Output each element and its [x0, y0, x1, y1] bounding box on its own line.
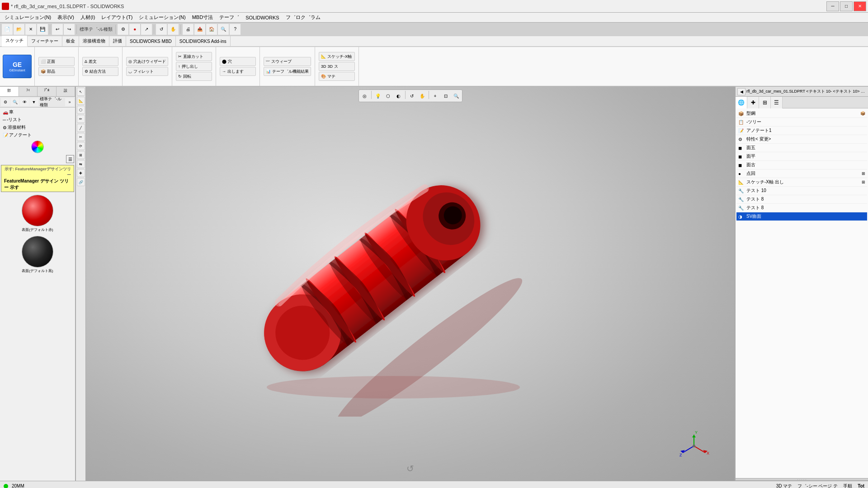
maximize-button[interactable]: □: [840, 1, 853, 11]
minimize-button[interactable]: ─: [826, 1, 839, 11]
rt-item-face5[interactable]: ◼ 面五: [736, 144, 867, 152]
sidebar-filter-btn[interactable]: ▼: [29, 98, 38, 106]
close-doc-button[interactable]: ✕: [25, 24, 36, 35]
menu-personnel[interactable]: 人材(I): [78, 14, 98, 21]
sidebar-expand-btn[interactable]: »: [65, 98, 74, 106]
menu-program[interactable]: フ゛ロク゛ラム: [283, 14, 323, 21]
sidebar-zoom-btn[interactable]: 🔍: [10, 98, 19, 106]
rt-item-test8b[interactable]: 🔧 テスト 8: [736, 204, 867, 212]
menu-table[interactable]: テーフ゛: [217, 14, 242, 21]
rt-item-annotate1[interactable]: 📝 アノテート1: [736, 127, 867, 135]
icon-panel-offset[interactable]: ⊞: [77, 151, 85, 159]
close-button[interactable]: ✕: [854, 1, 866, 11]
color-wheel[interactable]: [31, 141, 44, 153]
sidebar-view-btn[interactable]: 👁: [20, 98, 29, 106]
right-panel-back-btn[interactable]: ◀: [737, 88, 745, 95]
sidebar-collapse-handle[interactable]: ◀: [75, 277, 76, 291]
navigation-icon[interactable]: ↺: [406, 463, 414, 474]
sidebar-settings-btn[interactable]: ⚙: [1, 98, 10, 106]
material-red-preview[interactable]: [22, 195, 53, 226]
ribbon-btn-front[interactable]: ⬜ 正面: [38, 57, 75, 66]
rt-item-sv-surface[interactable]: ◑ SV曲面: [736, 212, 867, 221]
sidebar-tab-feature[interactable]: ﾌｨ: [19, 87, 38, 96]
open-button[interactable]: 📂: [14, 24, 24, 35]
ribbon-btn-sketch-x[interactable]: 📐 スケッチ-X軸: [319, 52, 355, 61]
search-button[interactable]: 🔍: [218, 24, 229, 35]
right-divider[interactable]: · · · · ·: [736, 478, 868, 481]
vp-btn-pan[interactable]: ✋: [417, 91, 427, 101]
ge-instant-button[interactable]: GE GEInstant: [3, 55, 32, 78]
vp-btn-zoom-fit[interactable]: ⊡: [441, 91, 451, 101]
vp-btn-zoom-more[interactable]: 🔍: [451, 91, 461, 101]
tab-weld[interactable]: 溶接構造物: [79, 36, 109, 47]
tab-mbd[interactable]: SOLIDWORKS MBD: [126, 36, 176, 47]
ribbon-btn-fillet[interactable]: ◡ フィレット: [126, 67, 168, 76]
ribbon-btn-rotate[interactable]: ↻ 回転: [176, 72, 212, 81]
print-button[interactable]: 🖨: [183, 24, 193, 35]
icon-panel-cursor[interactable]: ↖: [77, 88, 85, 96]
menu-simulation[interactable]: シミュレーション(N): [2, 14, 54, 21]
ribbon-btn-table-result[interactable]: 📊 テーフ゛ル機能結果: [264, 67, 311, 76]
rt-item-moldsteel[interactable]: 📦 型鋼 📦: [736, 109, 867, 118]
help-button[interactable]: ?: [230, 24, 241, 35]
rt-item-test8[interactable]: 🔧 テスト 8: [736, 195, 867, 204]
settings-button[interactable]: ⚙: [118, 24, 128, 35]
tab-evaluate[interactable]: 評価: [109, 36, 126, 47]
tree-item-car[interactable]: 🚗 車: [2, 108, 73, 116]
ribbon-btn-linear-cut[interactable]: ✂ 直線カット: [176, 52, 212, 61]
material-red-container[interactable]: 表面(デフォルト赤): [22, 195, 53, 232]
view-rotate[interactable]: ↺: [156, 24, 167, 35]
tab-feature[interactable]: フィーチャー: [28, 36, 62, 47]
menu-mbd[interactable]: MBD寸法: [189, 14, 216, 21]
ribbon-btn-output[interactable]: → 出します: [220, 67, 256, 76]
menu-simulation2[interactable]: シミュレーション(N): [136, 14, 188, 21]
icon-panel-feature[interactable]: ⬡: [77, 106, 85, 114]
export-button[interactable]: 📤: [194, 24, 205, 35]
vp-btn-display[interactable]: ◎: [360, 91, 370, 101]
viewport[interactable]: ◎ 💡 ⬡ ◐ ↺ ✋ + ⊡ 🔍: [86, 87, 735, 481]
sidebar-tab-part[interactable]: 部: [0, 87, 19, 96]
home-button[interactable]: 🏠: [206, 24, 217, 35]
ribbon-btn-hole-wizard[interactable]: ◎ 穴あけウィザード: [126, 57, 168, 66]
redo-button[interactable]: ↪: [64, 24, 75, 35]
vp-btn-perspective[interactable]: ⬡: [383, 91, 393, 101]
ribbon-btn-part[interactable]: 📦 部品: [38, 67, 75, 76]
vp-btn-zoom-in[interactable]: +: [430, 91, 440, 101]
icon-panel-convert[interactable]: ⟳: [77, 142, 85, 150]
vp-btn-section[interactable]: ◐: [394, 91, 404, 101]
tree-item-material[interactable]: ⚙ 溶接材料: [2, 124, 73, 131]
tab-sheet[interactable]: 板金: [62, 36, 79, 47]
material-black-container[interactable]: 表面(デフォルト黒): [22, 236, 53, 273]
vp-btn-light[interactable]: 💡: [373, 91, 383, 101]
rt-item-pointrotate[interactable]: ● 点回 ⊞: [736, 169, 867, 178]
tab-addins[interactable]: SOLIDWORKS Add-ins: [176, 36, 231, 47]
rp-tab-grid[interactable]: ⊞: [759, 97, 771, 108]
icon-panel-move[interactable]: ✚: [77, 169, 85, 177]
tree-item-list[interactable]: ─ -リスト: [2, 116, 73, 123]
icon-panel-relation[interactable]: 🔗: [77, 178, 85, 186]
sidebar-tab-property[interactable]: ﾌﾟﾛ: [38, 87, 57, 96]
arrow-button[interactable]: ↗: [141, 24, 152, 35]
new-button[interactable]: 📄: [2, 24, 13, 35]
3d-model-svg[interactable]: [222, 145, 538, 417]
icon-panel-sketch[interactable]: 📐: [77, 97, 85, 105]
menu-solidworks[interactable]: SOLIDWORKS: [243, 14, 282, 21]
rt-item-faceflat[interactable]: ◼ 面平: [736, 152, 867, 161]
ribbon-btn-diff[interactable]: Δ 差文: [82, 57, 118, 66]
color-button[interactable]: ●: [129, 24, 140, 35]
icon-panel-line[interactable]: ╱: [77, 124, 85, 132]
ribbon-btn-3d[interactable]: 3D 3D ス: [319, 62, 355, 71]
menu-layout[interactable]: レイアウト(T): [99, 14, 135, 21]
rp-tab-plus[interactable]: ✚: [747, 97, 759, 108]
color-wheel-container[interactable]: [0, 140, 75, 154]
ribbon-btn-material[interactable]: 🎨 マテ: [319, 72, 355, 81]
tab-sketch[interactable]: スケッチ: [2, 36, 28, 47]
rp-tab-tree[interactable]: 🌐: [736, 97, 747, 108]
icon-panel-trim[interactable]: ✂: [77, 133, 85, 141]
tree-item-annotate[interactable]: 📝 アノテート: [2, 131, 73, 139]
ribbon-btn-sweep[interactable]: 〰 スウィープ: [264, 57, 311, 66]
ribbon-btn-combine[interactable]: ⚙ 結合方法: [82, 67, 118, 76]
rt-item-test10[interactable]: 🔧 テスト 10: [736, 187, 867, 195]
rt-item-faceold[interactable]: ◼ 面古: [736, 161, 867, 169]
ribbon-btn-hole2[interactable]: ⬤ 穴: [220, 57, 256, 66]
